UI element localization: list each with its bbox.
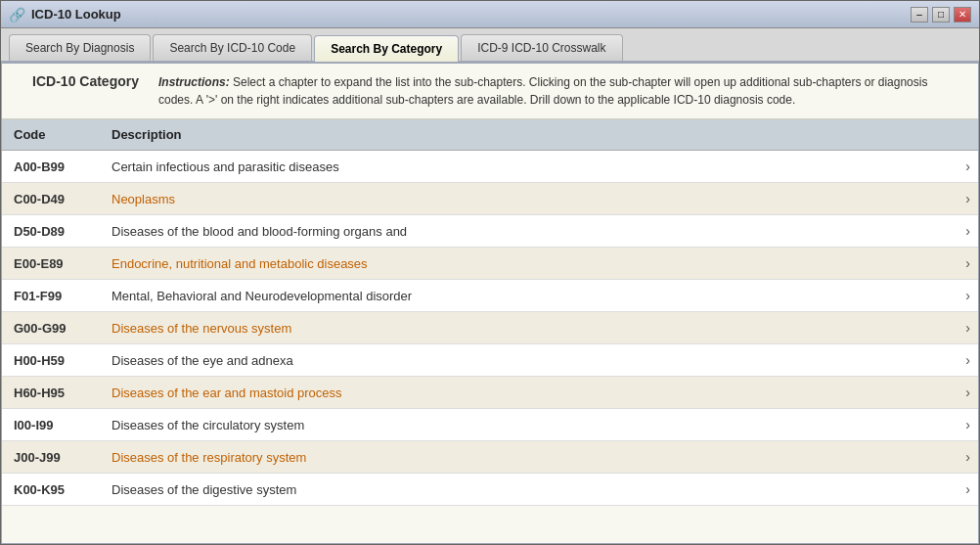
cell-chevron: › (949, 280, 978, 312)
cell-description: Certain infectious and parasitic disease… (100, 151, 949, 183)
table-row[interactable]: G00-G99Diseases of the nervous system› (2, 312, 978, 344)
cell-code: I00-I99 (2, 409, 100, 441)
window-title: ICD-10 Lookup (31, 7, 121, 22)
cell-chevron: › (949, 344, 978, 377)
tab-crosswalk[interactable]: ICD-9 ICD-10 Crosswalk (461, 34, 622, 61)
table-row[interactable]: F01-F99Mental, Behavioral and Neurodevel… (2, 280, 978, 312)
cell-description: Diseases of the circulatory system (100, 409, 949, 441)
table-row[interactable]: D50-D89Diseases of the blood and blood-f… (2, 215, 978, 248)
chevron-icon: › (965, 320, 970, 336)
instructions-body: Select a chapter to expand the list into… (158, 75, 927, 107)
instructions-label: Instructions: (158, 75, 230, 89)
tab-category[interactable]: Search By Category (314, 35, 459, 62)
cell-code: D50-D89 (2, 215, 100, 248)
chevron-icon: › (965, 417, 970, 432)
cell-chevron: › (949, 474, 978, 506)
cell-code: F01-F99 (2, 280, 100, 312)
header-code: Code (2, 119, 100, 151)
cell-code: H60-H95 (2, 377, 100, 409)
instruction-bar: ICD-10 Category Instructions: Select a c… (2, 64, 978, 119)
table-row[interactable]: I00-I99Diseases of the circulatory syste… (2, 409, 978, 441)
cell-chevron: › (949, 215, 978, 248)
cell-description: Endocrine, nutritional and metabolic dis… (100, 248, 949, 280)
header-description: Description (100, 119, 949, 151)
cell-description: Diseases of the blood and blood-forming … (100, 215, 949, 248)
restore-button[interactable]: □ (932, 7, 950, 23)
cell-code: J00-J99 (2, 441, 100, 474)
table-row[interactable]: C00-D49Neoplasms› (2, 183, 978, 215)
cell-description: Mental, Behavioral and Neurodevelopmenta… (100, 280, 949, 312)
tab-diagnosis[interactable]: Search By Diagnosis (9, 34, 151, 61)
table-row[interactable]: J00-J99Diseases of the respiratory syste… (2, 441, 978, 474)
chevron-icon: › (965, 159, 970, 174)
section-title: ICD-10 Category (22, 73, 139, 89)
cell-code: K00-K95 (2, 474, 100, 506)
cell-chevron: › (949, 183, 978, 215)
instruction-text: Instructions: Select a chapter to expand… (158, 73, 958, 109)
cell-chevron: › (949, 312, 978, 344)
cell-description: Diseases of the nervous system (100, 312, 949, 344)
chevron-icon: › (965, 223, 970, 239)
chevron-icon: › (965, 481, 970, 497)
tab-icd10code[interactable]: Search By ICD-10 Code (153, 34, 312, 61)
chevron-icon: › (965, 255, 970, 271)
app-icon: 🔗 (9, 7, 25, 23)
cell-code: E00-E89 (2, 248, 100, 280)
chevron-icon: › (965, 352, 970, 368)
cell-chevron: › (949, 151, 978, 183)
content-area: ICD-10 Category Instructions: Select a c… (1, 63, 979, 544)
cell-chevron: › (949, 441, 978, 474)
header-chevron-spacer (949, 119, 978, 151)
main-window: 🔗 ICD-10 Lookup – □ ✕ Search By Diagnosi… (0, 0, 980, 545)
cell-description: Diseases of the respiratory system (100, 441, 949, 474)
cell-description: Diseases of the digestive system (100, 474, 949, 506)
category-table: Code Description A00-B99Certain infectio… (2, 119, 978, 506)
cell-chevron: › (949, 409, 978, 441)
minimize-button[interactable]: – (911, 7, 928, 23)
cell-code: G00-G99 (2, 312, 100, 344)
cell-chevron: › (949, 248, 978, 280)
title-bar-left: 🔗 ICD-10 Lookup (9, 7, 121, 23)
table-row[interactable]: H00-H59Diseases of the eye and adnexa› (2, 344, 978, 377)
cell-description: Diseases of the ear and mastoid process (100, 377, 949, 409)
title-bar: 🔗 ICD-10 Lookup – □ ✕ (1, 1, 979, 28)
chevron-icon: › (965, 288, 970, 303)
chevron-icon: › (965, 191, 970, 206)
cell-description: Neoplasms (100, 183, 949, 215)
table-row[interactable]: H60-H95Diseases of the ear and mastoid p… (2, 377, 978, 409)
table-container[interactable]: Code Description A00-B99Certain infectio… (2, 119, 978, 543)
table-row[interactable]: A00-B99Certain infectious and parasitic … (2, 151, 978, 183)
window-controls: – □ ✕ (911, 7, 971, 23)
table-header-row: Code Description (2, 119, 978, 151)
chevron-icon: › (965, 449, 970, 465)
cell-chevron: › (949, 377, 978, 409)
cell-code: H00-H59 (2, 344, 100, 377)
cell-description: Diseases of the eye and adnexa (100, 344, 949, 377)
cell-code: C00-D49 (2, 183, 100, 215)
tabs-bar: Search By Diagnosis Search By ICD-10 Cod… (1, 28, 979, 63)
close-button[interactable]: ✕ (954, 7, 971, 23)
chevron-icon: › (965, 385, 970, 400)
table-row[interactable]: E00-E89Endocrine, nutritional and metabo… (2, 248, 978, 280)
cell-code: A00-B99 (2, 151, 100, 183)
table-row[interactable]: K00-K95Diseases of the digestive system› (2, 474, 978, 506)
